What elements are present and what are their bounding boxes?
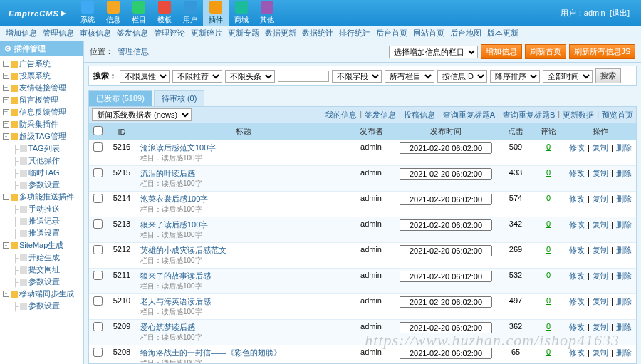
tree-toggle-icon[interactable]: - [3,291,9,297]
row-checkbox[interactable] [93,142,103,152]
time-input[interactable] [400,322,492,333]
submenu-item[interactable]: 更新专题 [228,28,259,38]
meta-link[interactable]: 查询重复标题A [443,110,495,120]
title-link[interactable]: 老人与海英语读后感 [140,297,211,306]
title-link[interactable]: 狼来了读后感100字 [140,220,208,229]
tab-published[interactable]: 已发布 (5189) [88,90,152,106]
search-head[interactable]: 不限头条 [225,70,275,83]
edit-link[interactable]: 修改 [569,348,585,357]
checkbox-all[interactable] [93,126,103,135]
tree-child[interactable]: ├推送设置 [0,227,83,239]
tab-pending[interactable]: 待审核 (0) [154,90,205,106]
time-input[interactable] [400,348,492,359]
tree-toggle-icon[interactable]: + [3,85,9,91]
meta-link[interactable]: 我的信息 [325,110,357,120]
tree-node[interactable]: -SiteMap生成 [0,239,83,251]
copy-link[interactable]: 复制 [593,143,608,152]
submenu-item[interactable]: 更新碎片 [191,28,222,38]
time-input[interactable] [400,142,492,154]
del-link[interactable]: 删除 [616,271,632,280]
row-checkbox[interactable] [93,194,103,203]
edit-link[interactable]: 修改 [569,323,585,331]
title-link[interactable]: 泡菜衣裳后感100字 [140,194,208,203]
submenu-item[interactable]: 后台首页 [376,28,407,38]
submenu-item[interactable]: 增加信息 [6,28,37,38]
row-checkbox[interactable] [93,219,103,229]
refresh-js-button[interactable]: 刷新所有信息JS [569,44,635,59]
search-rec[interactable]: 不限推荐 [172,70,222,83]
row-checkbox[interactable] [93,296,103,306]
search-attr[interactable]: 不限属性 [120,70,170,83]
del-link[interactable]: 删除 [616,323,632,331]
title-link[interactable]: 流泪的叶读后感 [140,169,195,177]
title-link[interactable]: 爱心筑梦读后感 [140,323,195,331]
nav-信息[interactable]: 信息 [100,0,126,26]
logout-link[interactable]: [退出] [610,9,630,17]
search-col[interactable]: 所有栏目 [385,70,434,83]
copy-link[interactable]: 复制 [593,246,608,254]
del-link[interactable]: 删除 [616,220,632,229]
meta-link[interactable]: 预览首页 [602,110,633,120]
submenu-item[interactable]: 管理评论 [154,28,185,38]
del-link[interactable]: 删除 [616,169,632,177]
tree-node[interactable]: +防采集插件 [0,118,83,130]
tree-child[interactable]: ├提交网址 [0,264,83,276]
tree-node[interactable]: +友情链接管理 [0,82,83,94]
tree-toggle-icon[interactable]: - [3,133,9,140]
search-time[interactable]: 全部时间 [543,70,593,83]
edit-link[interactable]: 修改 [569,220,585,229]
edit-link[interactable]: 修改 [569,246,585,254]
copy-link[interactable]: 复制 [593,348,608,357]
tree-node[interactable]: -多功能推送插件 [0,191,83,203]
title-link[interactable]: 英雄的小成灾读后感范文 [140,246,226,254]
meta-link[interactable]: 查询重复标题B [503,110,555,120]
time-input[interactable] [400,168,492,180]
tree-toggle-icon[interactable]: + [3,61,9,67]
tree-node[interactable]: +留言板管理 [0,94,83,106]
nav-商城[interactable]: 商城 [229,0,254,26]
meta-link[interactable]: 投稿信息 [404,110,435,120]
row-checkbox[interactable] [93,245,103,254]
edit-link[interactable]: 修改 [569,271,585,280]
tree-child[interactable]: ├手动推送 [0,203,83,215]
submenu-item[interactable]: 版本更新 [487,28,518,38]
edit-link[interactable]: 修改 [569,194,585,203]
del-link[interactable]: 删除 [616,246,632,254]
tree-child[interactable]: ├其他操作 [0,155,83,167]
tree-toggle-icon[interactable]: + [3,121,9,128]
add-column-select[interactable]: 选择增加信息的栏目 [389,46,478,58]
tree-child[interactable]: ├参数设置 [0,179,83,191]
search-keyword[interactable] [278,71,329,82]
nav-系统[interactable]: 系统 [75,0,100,26]
title-link[interactable]: 狼来了的故事读后感 [140,271,211,280]
search-id[interactable]: 按信息ID [437,70,487,83]
tree-toggle-icon[interactable]: - [3,242,9,249]
edit-link[interactable]: 修改 [569,169,585,177]
tree-toggle-icon[interactable]: + [3,97,9,103]
submenu-item[interactable]: 管理信息 [43,28,74,38]
tree-child[interactable]: ├临时TAG [0,167,83,179]
tree-child[interactable]: ├推送记录 [0,215,83,227]
time-input[interactable] [400,245,492,256]
submenu-item[interactable]: 数据统计 [302,28,333,38]
copy-link[interactable]: 复制 [593,194,608,203]
meta-link[interactable]: 更新数据 [563,110,594,120]
refresh-home-button[interactable]: 刷新首页 [525,44,566,59]
nav-其他[interactable]: 其他 [254,0,280,26]
tree-child[interactable]: ├参数设置 [0,276,83,288]
submenu-item[interactable]: 排行统计 [339,28,370,38]
copy-link[interactable]: 复制 [593,323,608,331]
tree-node[interactable]: +广告系统 [0,58,83,70]
search-button[interactable]: 搜索 [595,68,621,83]
row-checkbox[interactable] [93,322,103,331]
nav-用户[interactable]: 用户 [177,0,203,26]
tree-toggle-icon[interactable]: + [3,109,9,115]
submenu-item[interactable]: 后台地图 [450,28,481,38]
row-checkbox[interactable] [93,271,103,280]
submenu-item[interactable]: 数据更新 [265,28,296,38]
add-info-button[interactable]: 增加信息 [481,44,522,59]
tree-node[interactable]: -超级TAG管理 [0,130,83,142]
time-input[interactable] [400,194,492,205]
row-checkbox[interactable] [93,348,103,357]
search-font[interactable]: 不限字段 [332,70,382,83]
